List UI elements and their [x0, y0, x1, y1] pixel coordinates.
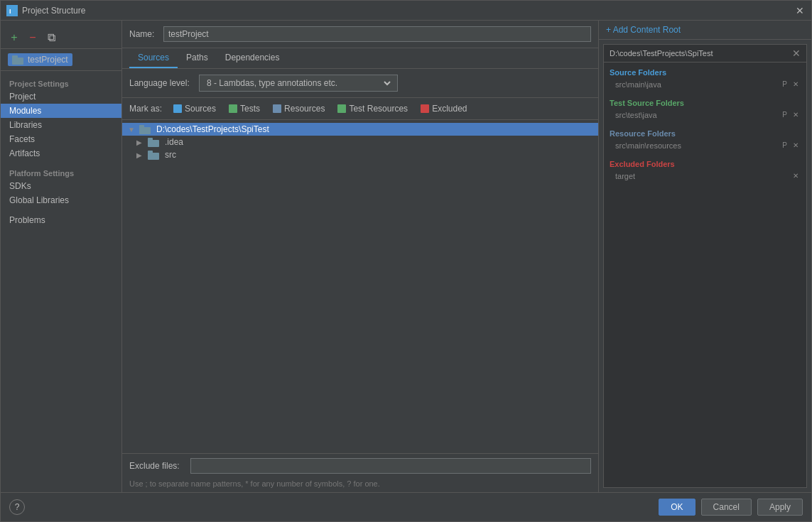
center-panel: Name: Sources Paths Dependencies Languag… [122, 21, 598, 492]
resource-folder-actions-0: P ✕ [780, 141, 801, 150]
bottom-bar: ? OK Cancel Apply [1, 492, 811, 521]
exclude-files-label: Exclude files: [129, 461, 186, 471]
tree-idea-label: .idea [165, 137, 183, 147]
sidebar-item-libraries[interactable]: Libraries [1, 118, 121, 132]
sidebar-item-project[interactable]: Project [1, 89, 121, 104]
module-item-testproject[interactable]: testProject [8, 53, 72, 66]
source-folders-section: Source Folders src\main\java P ✕ [604, 62, 806, 93]
tab-dependencies[interactable]: Dependencies [217, 48, 288, 68]
idea-folder-icon [148, 138, 159, 147]
mark-tests-label: Tests [240, 104, 260, 114]
resource-folder-p-button-0[interactable]: P [780, 141, 789, 150]
sidebar-item-modules[interactable]: Modules [1, 104, 121, 118]
apply-button[interactable]: Apply [757, 499, 803, 516]
cancel-button[interactable]: Cancel [701, 499, 752, 516]
main-content: + − ⧉ testProject Project Settings Proje… [1, 21, 811, 492]
mark-as-label: Mark as: [129, 104, 162, 114]
excluded-folders-section: Excluded Folders target ✕ [604, 154, 806, 185]
test-resources-dot-icon [337, 104, 346, 113]
test-source-folder-actions-0: P ✕ [780, 110, 801, 119]
source-folder-actions-0: P ✕ [780, 80, 801, 89]
svg-rect-2 [139, 127, 151, 134]
resource-folder-path-0: src\main\resources [615, 141, 780, 150]
name-input[interactable] [163, 26, 591, 42]
right-panel-header: + Add Content Root [599, 21, 811, 40]
tree-item-src[interactable]: ▶ src [122, 148, 598, 161]
tab-paths[interactable]: Paths [178, 48, 217, 68]
add-content-root-button[interactable]: + Add Content Root [606, 25, 681, 35]
mark-as-test-resources-button[interactable]: Test Resources [333, 102, 412, 115]
source-folder-entry-0: src\main\java P ✕ [604, 78, 806, 90]
mark-resources-label: Resources [284, 104, 325, 114]
svg-rect-5 [148, 138, 153, 141]
sidebar: + − ⧉ testProject Project Settings Proje… [1, 21, 122, 492]
mark-excluded-label: Excluded [432, 104, 467, 114]
resource-folder-entry-0: src\main\resources P ✕ [604, 139, 806, 151]
help-button[interactable]: ? [9, 499, 25, 515]
tab-sources[interactable]: Sources [129, 48, 178, 68]
ok-button[interactable]: OK [659, 499, 695, 516]
source-folder-close-button-0[interactable]: ✕ [791, 80, 801, 89]
copy-module-button[interactable]: ⧉ [43, 30, 59, 45]
project-settings-section-title: Project Settings [1, 77, 121, 89]
excluded-folder-actions-0: ✕ [791, 171, 801, 180]
language-level-select-wrapper[interactable]: 8 - Lambdas, type annotations etc. 11 - … [199, 75, 398, 92]
svg-rect-6 [148, 153, 159, 160]
excluded-dot-icon [421, 104, 429, 113]
exclude-files-input[interactable] [190, 458, 591, 474]
sidebar-item-global-libraries[interactable]: Global Libraries [1, 193, 121, 207]
window-title: Project Structure [22, 6, 85, 16]
source-folder-path-0: src\main\java [615, 80, 780, 89]
resource-folder-close-button-0[interactable]: ✕ [791, 141, 801, 150]
tree-root-label: D:\codes\TestProjects\SpiTest [156, 124, 269, 134]
project-structure-dialog: I Project Structure ✕ + − ⧉ testProject [0, 0, 812, 522]
svg-rect-7 [148, 151, 153, 153]
platform-settings-section-title: Platform Settings [1, 166, 121, 179]
test-source-folder-close-button-0[interactable]: ✕ [791, 110, 801, 119]
exclude-files-row: Exclude files: [122, 453, 598, 478]
mark-as-excluded-button[interactable]: Excluded [416, 102, 471, 115]
test-source-folder-path-0: src\test\java [615, 111, 780, 119]
module-folder-icon [12, 55, 23, 65]
content-root-path: D:\codes\TestProjects\SpiTest [610, 49, 713, 58]
content-root-close-button[interactable]: ✕ [792, 48, 801, 59]
mark-test-resources-label: Test Resources [349, 104, 408, 114]
file-tree[interactable]: ▼ D:\codes\TestProjects\SpiTest ▶ [122, 120, 598, 453]
tests-dot-icon [229, 104, 237, 113]
file-tree-panel: ▼ D:\codes\TestProjects\SpiTest ▶ [122, 120, 598, 492]
title-bar-left: I Project Structure [6, 5, 85, 16]
mark-as-tests-button[interactable]: Tests [224, 102, 264, 115]
content-root-box: D:\codes\TestProjects\SpiTest ✕ Source F… [603, 44, 807, 488]
sidebar-item-artifacts[interactable]: Artifacts [1, 146, 121, 161]
src-folder-icon [148, 151, 159, 160]
test-source-folder-entry-0: src\test\java P ✕ [604, 109, 806, 121]
sidebar-item-problems[interactable]: Problems [1, 213, 121, 227]
tree-item-idea[interactable]: ▶ .idea [122, 136, 598, 148]
source-folder-p-button-0[interactable]: P [780, 80, 789, 89]
tree-root-item[interactable]: ▼ D:\codes\TestProjects\SpiTest [122, 123, 598, 136]
module-list: testProject [1, 49, 121, 71]
test-source-folders-title: Test Source Folders [604, 96, 806, 109]
excluded-folder-close-button-0[interactable]: ✕ [791, 171, 801, 180]
mark-as-row: Mark as: Sources Tests Resources Test Re… [122, 98, 598, 120]
sidebar-item-facets[interactable]: Facets [1, 132, 121, 146]
root-folder-icon [139, 125, 151, 134]
tabs-row: Sources Paths Dependencies [122, 48, 598, 69]
right-panel: + Add Content Root D:\codes\TestProjects… [598, 21, 811, 492]
content-root-title-row: D:\codes\TestProjects\SpiTest ✕ [604, 45, 806, 62]
test-source-folder-p-button-0[interactable]: P [780, 110, 789, 119]
close-button[interactable]: ✕ [794, 5, 806, 16]
excluded-folders-title: Excluded Folders [604, 157, 806, 170]
sidebar-item-sdks[interactable]: SDKs [1, 179, 121, 193]
mark-sources-label: Sources [185, 104, 216, 114]
sources-dot-icon [173, 104, 182, 113]
svg-rect-4 [148, 140, 159, 147]
add-module-button[interactable]: + [6, 30, 22, 45]
mark-as-sources-button[interactable]: Sources [169, 102, 220, 115]
excluded-folder-path-0: target [615, 172, 791, 180]
mark-as-resources-button[interactable]: Resources [269, 102, 329, 115]
remove-module-button[interactable]: − [25, 30, 40, 45]
language-level-select[interactable]: 8 - Lambdas, type annotations etc. 11 - … [204, 77, 393, 89]
source-folders-title: Source Folders [604, 65, 806, 78]
name-row: Name: [122, 21, 598, 48]
